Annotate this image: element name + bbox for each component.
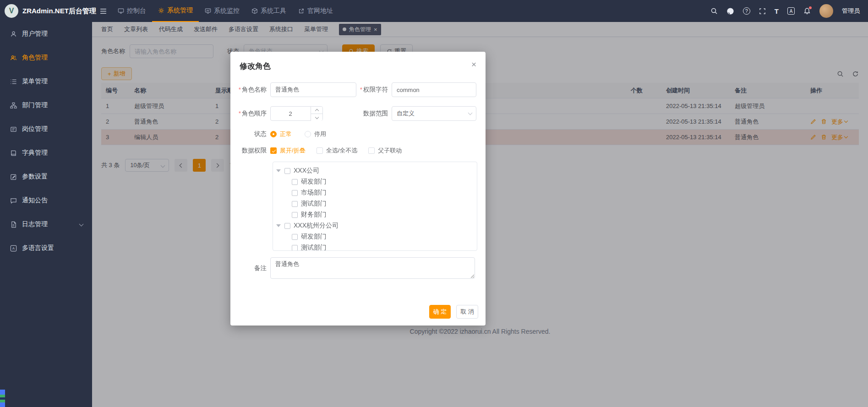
app-title: ZRAdmin.NET后台管理 [22,7,96,16]
nav-label: 控制台 [127,7,146,15]
nav-item-system-tools[interactable]: 系统工具 [246,0,292,22]
edit-square-icon [10,174,17,180]
sidebar-item-parameters[interactable]: 参数设置 [0,165,92,189]
nav-item-console[interactable]: 控制台 [112,0,152,22]
nav-item-system-management[interactable]: 系统管理 [152,0,199,22]
status-label: 状态 [230,130,270,138]
tree-node-label: 市场部门 [301,189,327,197]
sidebar-item-label: 多语言设置 [22,244,54,252]
select-all-checkbox[interactable]: 全选/全不选 [317,147,358,155]
remark-label: 备注 [230,264,270,272]
logo-icon: V [5,4,18,18]
tree-checkbox[interactable] [284,168,290,174]
tree-checkbox[interactable] [292,201,298,207]
nav-label: 系统管理 [167,6,193,15]
sidebar-item-menus[interactable]: 菜单管理 [0,70,92,93]
sidebar-item-users[interactable]: 用户管理 [0,22,92,46]
sidebar-item-label: 字典管理 [22,149,48,157]
status-radio-normal[interactable]: 正常 [270,130,292,138]
top-nav: 控制台 系统管理 系统监控 系统工具 官网地址 [112,0,339,22]
search-icon[interactable] [710,7,718,15]
role-name-label: *角色名称 [230,86,270,94]
chevron-down-icon [468,111,473,115]
label-text: 权限字符 [363,86,388,93]
sidebar-item-i18n[interactable]: A 多语言设置 [0,236,92,260]
logo[interactable]: V ZRAdmin.NET后台管理 [0,4,92,18]
tree-checkbox[interactable] [292,190,298,196]
expand-collapse-checkbox[interactable]: 展开/折叠 [270,147,306,155]
confirm-button[interactable]: 确 定 [429,305,451,319]
role-order-input[interactable] [271,107,310,120]
tree-node[interactable]: XXX公司 [273,165,477,176]
dialog-title: 修改角色 [240,62,271,71]
caret-down-icon[interactable] [276,169,281,172]
cancel-button[interactable]: 取 消 [456,305,478,319]
data-scope-label: 数据范围 [325,109,392,118]
tree-node[interactable]: 测试部门 [273,242,477,251]
console-icon [118,8,124,14]
parent-child-link-checkbox[interactable]: 父子联动 [368,147,402,155]
status-radio-disabled[interactable]: 停用 [305,130,326,138]
data-scope-select[interactable]: 自定义 [392,106,476,121]
nav-item-system-monitor[interactable]: 系统监控 [199,0,246,22]
language-icon[interactable]: A [787,7,795,15]
svg-text:A: A [12,246,15,250]
checkbox-label: 全选/全不选 [326,147,358,155]
help-icon[interactable]: ? [743,7,750,15]
perm-char-input[interactable] [392,82,476,97]
label-text: 数据权限 [242,147,267,154]
tree-node[interactable]: 测试部门 [273,198,477,209]
github-icon[interactable] [726,7,734,15]
tree-node[interactable]: 财务部门 [273,209,477,220]
bell-icon[interactable] [803,7,811,15]
tree-node-label: 研发部门 [301,178,327,186]
required-mark: * [239,86,241,93]
hamburger-icon[interactable] [99,7,107,15]
external-link-icon [298,8,305,14]
close-icon[interactable]: × [471,60,476,69]
tree-node[interactable]: 市场部门 [273,187,477,198]
permission-tree: XXX公司 研发部门 市场部门 测试部门 财务部门 XXX杭州分公司 [273,162,477,251]
tree-node[interactable]: XXX杭州分公司 [273,220,477,231]
stepper-down-button[interactable] [311,114,322,121]
radio-dot-icon [305,131,311,137]
user-icon [10,31,17,38]
tree-node-label: 测试部门 [301,244,327,251]
checkbox-icon [317,147,323,154]
tree-checkbox[interactable] [284,223,290,229]
tree-node[interactable]: 研发部门 [273,176,477,187]
checkbox-label: 父子联动 [378,147,402,155]
nav-label: 官网地址 [307,7,333,15]
perm-char-label: *权限字符 [359,86,392,94]
sidebar-item-label: 角色管理 [22,54,48,62]
label-text: 数据范围 [363,110,388,117]
stepper-up-button[interactable] [311,107,322,114]
remark-textarea[interactable]: 普通角色 [270,257,475,279]
sidebar-item-departments[interactable]: 部门管理 [0,93,92,117]
sidebar-item-label: 参数设置 [22,173,48,181]
tree-node[interactable]: 研发部门 [273,231,477,242]
sidebar-item-posts[interactable]: 岗位管理 [0,117,92,141]
tree-checkbox[interactable] [292,212,298,218]
font-size-icon[interactable]: T [775,7,779,15]
username[interactable]: 管理员 [842,7,860,15]
label-text: 备注 [254,265,267,271]
sidebar-item-notices[interactable]: 通知公告 [0,189,92,212]
tree-checkbox[interactable] [292,234,298,240]
tree-node-label: 测试部门 [301,200,327,208]
tree-checkbox[interactable] [292,179,298,185]
list-icon [10,78,17,85]
org-tree-icon [10,102,17,109]
gear-icon [158,7,164,14]
sidebar-item-dictionary[interactable]: 字典管理 [0,141,92,165]
nav-label: 系统监控 [214,7,240,15]
nav-item-official-site[interactable]: 官网地址 [292,0,339,22]
tree-checkbox[interactable] [292,245,298,251]
sidebar-item-roles[interactable]: 角色管理 [0,46,92,70]
role-name-input[interactable] [270,82,356,97]
fullscreen-icon[interactable] [759,8,766,15]
avatar[interactable] [819,4,833,18]
sidebar-item-logs[interactable]: 日志管理 [0,212,92,236]
caret-down-icon[interactable] [276,224,281,227]
tree-node-label: XXX公司 [294,167,319,175]
